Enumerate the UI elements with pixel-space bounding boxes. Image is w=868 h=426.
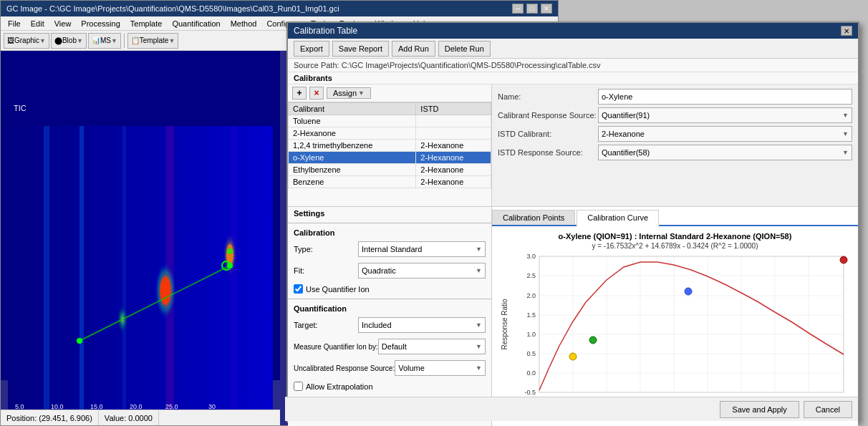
- restore-button[interactable]: □: [526, 4, 538, 14]
- data-point-4: [840, 256, 847, 263]
- menu-file[interactable]: File: [4, 18, 25, 29]
- uncalibrated-label: Uncalibrated Response Source:: [294, 364, 395, 372]
- data-point-1: [569, 353, 577, 360]
- svg-text:0.5: 0.5: [526, 350, 536, 357]
- assign-button[interactable]: Assign ▼: [327, 87, 371, 99]
- menu-template[interactable]: Template: [126, 18, 167, 29]
- istd-calibrant-row: ISTD Calibrant: 2-Hexanone ▼: [498, 126, 852, 142]
- menu-processing[interactable]: Processing: [77, 18, 124, 29]
- tic-panel: TIC: [1, 51, 280, 380]
- table-row[interactable]: 2-Hexanone: [289, 127, 491, 140]
- measure-quantifier-row: Measure Quantifier Ion by: Default ▼: [288, 337, 491, 357]
- fit-select[interactable]: Quadratic ▼: [358, 263, 486, 279]
- measure-quantifier-label: Measure Quantifier Ion by:: [294, 343, 378, 351]
- use-quantifier-checkbox[interactable]: [294, 284, 303, 294]
- measure-quantifier-select[interactable]: Default ▼: [378, 339, 486, 354]
- close-button[interactable]: ✕: [541, 4, 552, 14]
- svg-text:1.0: 1.0: [526, 331, 536, 338]
- cancel-button[interactable]: Cancel: [804, 401, 852, 418]
- toolbar-ms[interactable]: 📊 MS ▼: [88, 33, 121, 49]
- name-row: Name:: [498, 89, 852, 105]
- calibrant-response-select[interactable]: Quantifier(91) ▼: [598, 107, 852, 123]
- tab-calibration-points[interactable]: Calibration Points: [492, 210, 575, 225]
- svg-text:3.0: 3.0: [526, 253, 536, 260]
- table-row[interactable]: Ethylbenzene2-Hexanone: [289, 164, 491, 176]
- minimize-button[interactable]: ─: [512, 4, 524, 14]
- delete-calibrant-button[interactable]: ×: [309, 87, 324, 100]
- toolbar-graphic[interactable]: 🖼 Graphic ▼: [4, 33, 49, 49]
- fit-row: Fit: Quadratic ▼: [288, 261, 491, 281]
- position-status: Position: (29.451, 6.906): [1, 410, 99, 425]
- name-label: Name:: [498, 92, 598, 101]
- svg-text:1.5: 1.5: [526, 311, 536, 319]
- table-row[interactable]: 1,2,4 trimethylbenzene2-Hexanone: [289, 140, 491, 152]
- toolbar-blob[interactable]: ⬤ Blob ▼: [51, 33, 87, 49]
- name-input[interactable]: [598, 89, 852, 105]
- type-label: Type:: [294, 245, 358, 253]
- svg-text:2.0: 2.0: [526, 292, 536, 299]
- calibrants-toolbar: + × Assign ▼: [288, 84, 491, 102]
- tic-canvas: 5.0 10.0 15.0 20.0 25.0 30: [8, 119, 273, 420]
- chart-panel: Calibration Points Calibration Curve o-X…: [492, 207, 858, 426]
- use-quantifier-label: Use Quantifier Ion: [306, 285, 370, 294]
- calibrants-section: + × Assign ▼ Calibrant ISTD Toluen: [288, 84, 858, 206]
- delete-run-button[interactable]: Delete Run: [438, 41, 491, 57]
- source-path-row: Source Path: C:\GC Image\Projects\Quanti…: [288, 59, 858, 72]
- istd-response-select[interactable]: Quantifier(58) ▼: [598, 145, 852, 160]
- value-status: Value: 0.0000: [99, 410, 159, 425]
- main-content-area: Settings Calibration Type: Internal Stan…: [288, 206, 858, 426]
- tabs-row: Calibration Points Calibration Curve: [492, 210, 858, 226]
- tab-calibration-curve[interactable]: Calibration Curve: [577, 210, 659, 226]
- allow-extrapolation-checkbox[interactable]: [294, 382, 303, 391]
- uncalibrated-select[interactable]: Volume ▼: [395, 360, 486, 376]
- calibrants-header: Calibrants: [288, 72, 858, 84]
- target-row: Target: Included ▼: [288, 315, 491, 335]
- save-apply-button[interactable]: Save and Apply: [720, 401, 799, 418]
- dialog-footer: Save and Apply Cancel: [285, 397, 858, 421]
- col-calibrant: Calibrant: [289, 103, 416, 115]
- dialog-toolbar: Export Save Report Add Run Delete Run: [288, 39, 858, 59]
- use-quantifier-row: Use Quantifier Ion: [288, 282, 491, 296]
- calibrants-left-panel: + × Assign ▼ Calibrant ISTD Toluen: [288, 84, 492, 206]
- calibrant-response-label: Calibrant Response Source:: [498, 111, 598, 120]
- dialog-close-button[interactable]: ✕: [841, 26, 852, 36]
- menu-edit[interactable]: Edit: [26, 18, 49, 29]
- svg-rect-3: [122, 126, 126, 412]
- istd-response-label: ISTD Response Source:: [498, 148, 598, 157]
- add-calibrant-button[interactable]: +: [292, 87, 307, 100]
- svg-text:-0.5: -0.5: [524, 389, 536, 396]
- calibrants-right-panel: Name: Calibrant Response Source: Quantif…: [492, 84, 858, 206]
- table-row[interactable]: o-Xylene2-Hexanone: [289, 152, 491, 164]
- toolbar-sep: [124, 34, 125, 48]
- calibrant-table-container[interactable]: Calibrant ISTD Toluene2-Hexanone1,2,4 tr…: [288, 102, 491, 188]
- save-report-button[interactable]: Save Report: [332, 41, 389, 57]
- chart-subtitle: y = -16.7532x^2 + 14.6789x - 0.3424 (R^2…: [498, 242, 852, 250]
- toolbar-template[interactable]: 📋 Template ▼: [127, 33, 179, 49]
- source-path-value: C:\GC Image\Projects\Quantification\QMS-…: [342, 61, 601, 69]
- table-row[interactable]: Benzene2-Hexanone: [289, 176, 491, 188]
- menu-method[interactable]: Method: [226, 18, 261, 29]
- svg-point-14: [77, 338, 82, 344]
- target-select[interactable]: Included ▼: [358, 317, 486, 333]
- svg-rect-2: [79, 126, 84, 412]
- export-button[interactable]: Export: [294, 41, 329, 57]
- menu-quantification[interactable]: Quantification: [168, 18, 224, 29]
- type-select[interactable]: Internal Standard ▼: [358, 241, 486, 257]
- istd-calibrant-label: ISTD Calibrant:: [498, 130, 598, 138]
- add-run-button[interactable]: Add Run: [392, 41, 435, 57]
- svg-text:0.0: 0.0: [526, 369, 536, 377]
- svg-point-15: [227, 263, 233, 268]
- target-label: Target:: [294, 321, 358, 329]
- calibrant-response-row: Calibrant Response Source: Quantifier(91…: [498, 107, 852, 123]
- y-axis-label: Response Ratio: [501, 299, 508, 350]
- calibration-subheader: Calibration: [288, 226, 491, 239]
- calibration-chart: 3.0 2.5 2.0 1.5 1.0 0.5 0.0 -0.5 0.00 0.…: [500, 253, 851, 421]
- settings-header: Settings: [288, 207, 491, 220]
- dialog-title-bar: Calibration Table ✕: [288, 23, 858, 39]
- uncalibrated-row: Uncalibrated Response Source: Volume ▼: [288, 358, 491, 378]
- istd-calibrant-select[interactable]: 2-Hexanone ▼: [598, 126, 852, 142]
- dialog-title-text: Calibration Table: [294, 26, 357, 36]
- table-row[interactable]: Toluene: [289, 115, 491, 127]
- allow-extrapolation-label: Allow Extrapolation: [306, 382, 373, 391]
- menu-view[interactable]: View: [50, 18, 76, 29]
